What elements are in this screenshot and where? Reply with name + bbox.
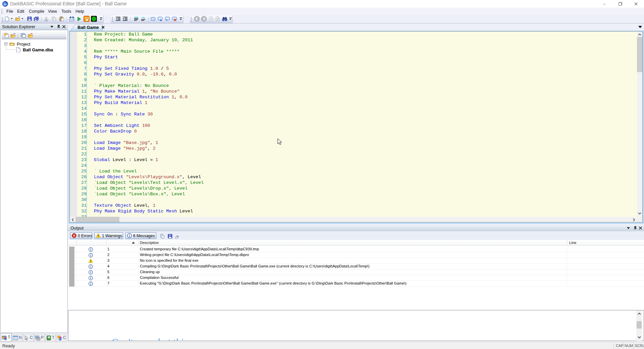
svg-text:tgc: tgc xyxy=(3,3,7,6)
